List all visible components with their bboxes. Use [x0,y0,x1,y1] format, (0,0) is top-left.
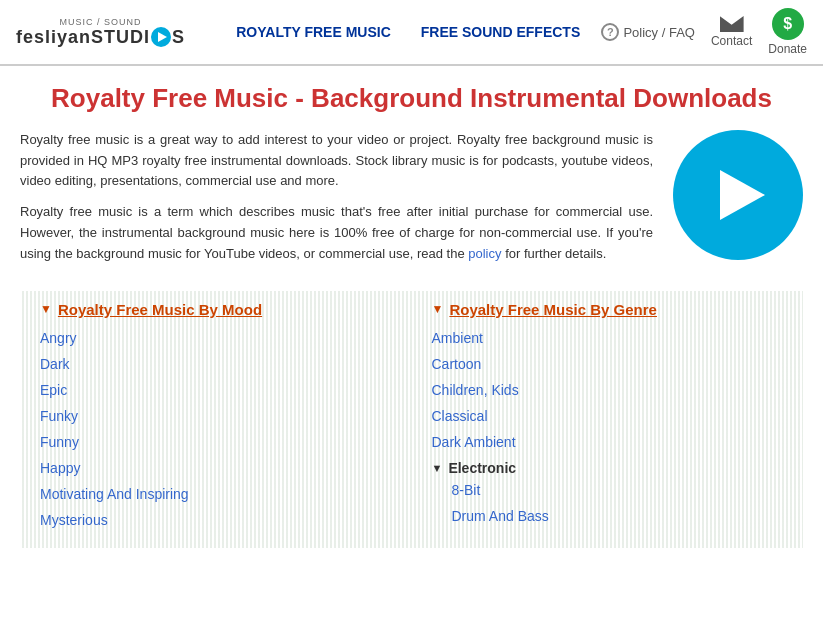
donate-icon: $ [772,8,804,40]
genre-children-link[interactable]: Children, Kids [432,382,519,398]
genre-drum-bass-link[interactable]: Drum And Bass [452,508,549,524]
header-right: ? Policy / FAQ Contact $ Donate [601,8,807,56]
mood-dark-link[interactable]: Dark [40,356,70,372]
paragraph-1: Royalty free music is a great way to add… [20,130,653,192]
electronic-triangle-icon: ▼ [432,462,443,474]
list-item: Motivating And Inspiring [40,486,392,502]
donate-label: Donate [768,42,807,56]
nav-free-sound-effects[interactable]: FREE SOUND EFFECTS [421,24,580,40]
site-header: MUSIC / SOUND fesliyanSTUDIS ROYALTY FRE… [0,0,823,66]
paragraph-2: Royalty free music is a term which descr… [20,202,653,264]
genre-column: ▼ Royalty Free Music By Genre Ambient Ca… [412,301,804,538]
mood-funny-link[interactable]: Funny [40,434,79,450]
nav-royalty-free-music[interactable]: ROYALTY FREE MUSIC [236,24,391,40]
large-play-button[interactable] [673,130,803,260]
list-item: Angry [40,330,392,346]
list-item: Funky [40,408,392,424]
genre-title: Royalty Free Music By Genre [449,301,657,318]
logo-play-icon [151,27,171,47]
list-item: Children, Kids [432,382,784,398]
intro-text: Royalty free music is a great way to add… [20,130,653,275]
list-item: Classical [432,408,784,424]
genre-header: ▼ Royalty Free Music By Genre [432,301,784,318]
page-title: Royalty Free Music - Background Instrume… [20,82,803,116]
mood-angry-link[interactable]: Angry [40,330,77,346]
logo-area: MUSIC / SOUND fesliyanSTUDIS [16,17,185,48]
genre-triangle-icon: ▼ [432,302,444,316]
main-content: Royalty Free Music - Background Instrume… [0,66,823,564]
genre-8bit-link[interactable]: 8-Bit [452,482,481,498]
list-item: Epic [40,382,392,398]
mood-happy-link[interactable]: Happy [40,460,80,476]
mood-mysterious-link[interactable]: Mysterious [40,512,108,528]
mood-header: ▼ Royalty Free Music By Mood [40,301,392,318]
envelope-icon [720,16,744,32]
list-item: Dark Ambient [432,434,784,450]
logo-text[interactable]: fesliyanSTUDIS [16,27,185,48]
list-item: 8-Bit [452,482,784,498]
main-nav: ROYALTY FREE MUSIC FREE SOUND EFFECTS [215,24,601,40]
policy-faq-link[interactable]: ? Policy / FAQ [601,23,695,41]
mood-title: Royalty Free Music By Mood [58,301,262,318]
mood-column: ▼ Royalty Free Music By Mood Angry Dark … [20,301,412,538]
genre-ambient-link[interactable]: Ambient [432,330,483,346]
mood-triangle-icon: ▼ [40,302,52,316]
list-item: Drum And Bass [452,508,784,524]
list-item: Ambient [432,330,784,346]
list-item: Dark [40,356,392,372]
electronic-title: Electronic [448,460,516,476]
mood-list: Angry Dark Epic Funky Funny Happy Motiva… [40,330,392,528]
mood-motivating-link[interactable]: Motivating And Inspiring [40,486,189,502]
genre-list: Ambient Cartoon Children, Kids Classical… [432,330,784,450]
list-item: Funny [40,434,392,450]
electronic-header: ▼ Electronic [432,460,784,476]
contact-link[interactable]: Contact [711,16,752,48]
logo-subtitle: MUSIC / SOUND [16,17,185,27]
mood-epic-link[interactable]: Epic [40,382,67,398]
list-item: Mysterious [40,512,392,528]
genre-dark-ambient-link[interactable]: Dark Ambient [432,434,516,450]
content-row: Royalty free music is a great way to add… [20,130,803,275]
donate-button[interactable]: $ Donate [768,8,807,56]
list-item: Cartoon [432,356,784,372]
music-sections: ▼ Royalty Free Music By Mood Angry Dark … [20,291,803,548]
list-item: Happy [40,460,392,476]
electronic-list: 8-Bit Drum And Bass [432,482,784,524]
mood-funky-link[interactable]: Funky [40,408,78,424]
policy-link[interactable]: policy [468,246,501,261]
genre-cartoon-link[interactable]: Cartoon [432,356,482,372]
genre-classical-link[interactable]: Classical [432,408,488,424]
question-icon: ? [601,23,619,41]
